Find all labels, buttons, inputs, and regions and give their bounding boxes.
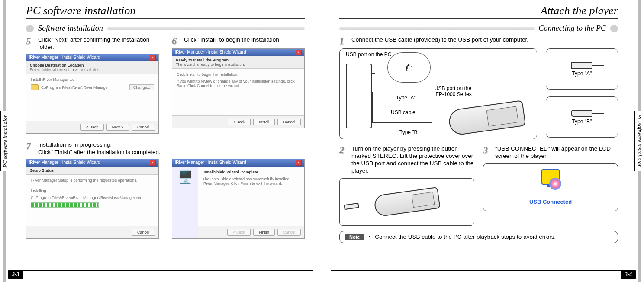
player-icon xyxy=(447,100,526,136)
section-line xyxy=(107,27,305,30)
close-icon: × xyxy=(296,50,302,55)
step-text: "USB CONNECTED" will appear on the LCD s… xyxy=(495,145,618,160)
section-title-left: Software installation xyxy=(38,24,103,33)
usb-b-plug-icon xyxy=(571,110,592,117)
label-usb-pc: USB port on the PC xyxy=(346,51,391,58)
side-tab-left: PC software installaion xyxy=(0,111,10,171)
close-icon: × xyxy=(150,160,156,166)
back-button[interactable]: < Back xyxy=(228,119,251,125)
usb-plug-icon xyxy=(344,202,359,210)
close-icon: × xyxy=(150,55,156,61)
step-text: Installation is in progressing. Click "F… xyxy=(38,141,161,156)
cancel-button[interactable]: Cancel xyxy=(132,124,155,131)
section-line xyxy=(339,27,535,30)
music-disc-icon xyxy=(549,178,561,190)
page-number: 3-4 xyxy=(621,270,636,279)
cancel-button[interactable]: Cancel xyxy=(132,229,155,236)
step-number: 3 xyxy=(483,145,492,155)
finish-button[interactable]: Finish xyxy=(253,229,275,236)
usb-a-plug-icon xyxy=(571,62,592,69)
label-type-b: Type "B" xyxy=(399,129,419,135)
label-type-a: Type "A" xyxy=(396,95,416,101)
cancel-button: Cancel xyxy=(277,229,301,236)
page-title-right: Attach the player xyxy=(339,4,618,19)
wizard-screenshot: iRiver Manager - InstallShield Wizard× C… xyxy=(26,54,159,134)
note-pill: Note xyxy=(345,234,364,240)
folder-icon xyxy=(31,84,39,90)
install-button[interactable]: Install xyxy=(253,119,275,125)
wizard-screenshot: iRiver Manager - InstallShield Wizard× S… xyxy=(26,159,159,239)
wizard-banner-icon: 🖥️ xyxy=(172,167,198,238)
back-button: < Back xyxy=(227,229,251,236)
section-title-right: Connecting to the PC xyxy=(539,24,606,33)
step-text: Click "Install" to begin the installatio… xyxy=(184,36,280,44)
next-button[interactable]: Next > xyxy=(106,124,129,131)
lcd-text: USB Connected xyxy=(529,199,572,205)
connection-diagram: USB port on the PC ⎙ Type "A" USB cable … xyxy=(339,48,537,139)
step-number: 6 xyxy=(172,36,180,46)
plug-type-a-diagram: Type "A" xyxy=(546,48,618,90)
step-number: 1 xyxy=(339,36,348,46)
change-button[interactable]: Change... xyxy=(129,84,154,90)
label-usb-cable: USB cable xyxy=(391,109,415,115)
step-number: 5 xyxy=(26,36,35,46)
step-number: 7 xyxy=(26,141,35,151)
side-tab-right: PC software installaion xyxy=(634,111,644,171)
step-text: Click "Next" after confirming the instal… xyxy=(38,36,159,51)
lcd-screenshot: USB Connected xyxy=(483,163,618,211)
page-title-left: PC software installation xyxy=(26,4,305,19)
usb-symbol-icon: ⎙ xyxy=(387,52,431,83)
note-text: Connect the USB cable to the PC after pl… xyxy=(375,234,556,240)
player-connect-diagram xyxy=(339,178,474,226)
wizard-screenshot: iRiver Manager - InstallShield Wizard× 🖥… xyxy=(172,159,305,239)
label-usb-device: USB port on theiFP-1000 Series xyxy=(435,85,472,97)
step-text: Connect the USB cable (provided) to the … xyxy=(351,36,528,44)
section-bullet-icon xyxy=(26,25,34,32)
back-button[interactable]: < Back xyxy=(80,124,104,131)
close-icon: × xyxy=(296,160,302,166)
note-bar: Note • Connect the USB cable to the PC a… xyxy=(339,231,618,243)
wizard-screenshot: iRiver Manager - InstallShield Wizard× R… xyxy=(172,48,305,128)
plug-type-b-diagram: Type "B" xyxy=(546,96,618,138)
cancel-button[interactable]: Cancel xyxy=(277,119,301,125)
player-icon xyxy=(373,186,440,217)
pc-icon xyxy=(346,64,372,128)
page-number: 3-3 xyxy=(8,270,23,279)
section-bullet-icon xyxy=(610,25,618,32)
step-number: 2 xyxy=(339,145,348,155)
step-text: Turn on the player by pressing the butto… xyxy=(351,145,474,175)
progress-bar xyxy=(31,202,99,208)
